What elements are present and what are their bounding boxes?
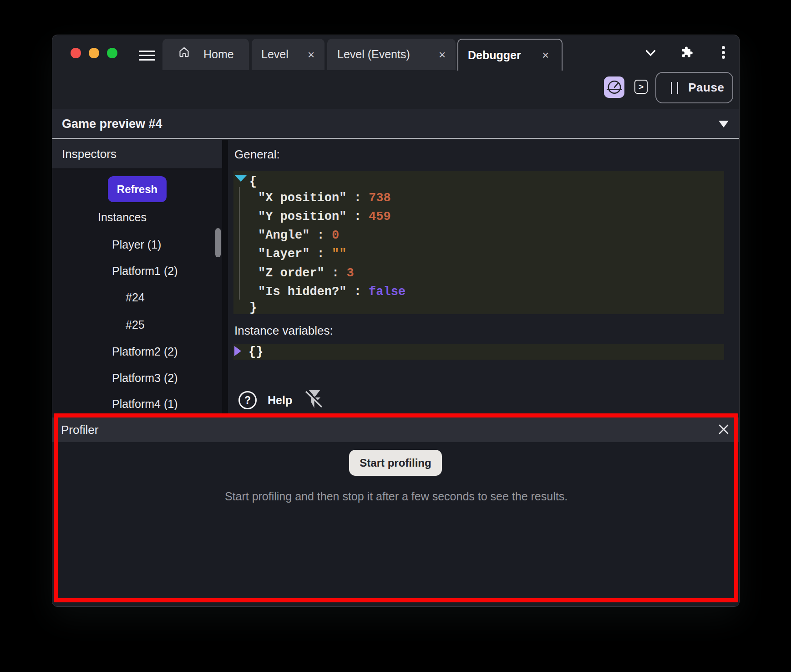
start-profiling-label: Start profiling	[360, 457, 431, 469]
sidebar-scrollbar-thumb[interactable]	[215, 228, 221, 257]
json-row: "Layer" : ""	[258, 247, 346, 261]
profiler-hint-text: Start profiling and then stop it after a…	[52, 490, 740, 503]
instance-variables-json-view: {}	[233, 344, 724, 360]
inspectors-header: Inspectors	[52, 140, 222, 169]
json-close-brace: }	[249, 301, 257, 315]
autoselect-off-icon[interactable]	[304, 388, 323, 411]
profiler-panel: Profiler Start profiling Start profiling…	[52, 413, 740, 607]
tree-item-platform2[interactable]: Platform2 (2)	[112, 345, 177, 358]
instance-variables-label: Instance variables:	[234, 324, 333, 338]
screenshot-root: { "window_controls": { "close_color": "#…	[0, 0, 791, 672]
close-tab-icon[interactable]: ×	[308, 49, 314, 61]
refresh-button[interactable]: Refresh	[108, 176, 167, 202]
tree-item-instances[interactable]: Instances	[98, 210, 147, 224]
json-row: "Y position" : 459	[258, 210, 391, 224]
help-button[interactable]: Help	[268, 391, 292, 409]
tab-label: Level (Events)	[337, 48, 410, 61]
json-open-brace: {	[249, 175, 257, 188]
debugger-content: Inspectors Refresh Instances Player (1) …	[52, 140, 740, 413]
zoom-window-button[interactable]	[107, 48, 117, 58]
minimize-window-button[interactable]	[89, 48, 99, 58]
json-row: "X position" : 738	[258, 191, 391, 205]
empty-object-braces: {}	[248, 345, 263, 359]
profiler-title: Profiler	[61, 423, 98, 437]
tab-label: Level	[261, 48, 289, 61]
tab-level-events[interactable]: Level (Events) ×	[327, 39, 456, 70]
general-label: General:	[234, 148, 280, 162]
expand-arrow-icon[interactable]	[235, 175, 247, 182]
tree-item-platform1[interactable]: Platform1 (2)	[112, 264, 177, 278]
tab-label: Home	[203, 48, 234, 61]
inspector-detail-panel: General: { "X position" : 738 "Y positio…	[228, 140, 740, 413]
refresh-label: Refresh	[117, 183, 157, 196]
help-row: ? Help	[228, 391, 740, 409]
help-icon[interactable]: ?	[238, 391, 257, 409]
tab-debugger[interactable]: Debugger ×	[457, 39, 563, 71]
game-preview-title: Game preview #4	[62, 109, 162, 139]
json-row: "Is hidden?" : false	[258, 285, 406, 312]
tree-item-player[interactable]: Player (1)	[112, 238, 161, 251]
close-profiler-icon[interactable]	[713, 419, 734, 440]
tree-item-instance-25[interactable]: #25	[126, 318, 145, 331]
home-icon	[178, 46, 190, 58]
tree-item-instance-24[interactable]: #24	[126, 290, 145, 304]
app-window: Home Level × Level (Events) × Debugger ×	[52, 35, 740, 607]
pause-icon	[671, 82, 672, 94]
general-json-view: { "X position" : 738 "Y position" : 459 …	[233, 171, 724, 314]
collapse-caret-icon[interactable]	[719, 121, 729, 127]
inspectors-title: Inspectors	[62, 147, 117, 161]
json-row: "Angle" : 0	[258, 229, 339, 242]
gauge-icon	[606, 79, 623, 96]
close-window-button[interactable]	[71, 48, 81, 58]
inspectors-sidebar: Inspectors Refresh Instances Player (1) …	[52, 140, 222, 413]
profiler-header: Profiler	[52, 417, 740, 442]
console-button[interactable]: >	[634, 80, 648, 94]
tab-home[interactable]: Home	[162, 39, 249, 70]
tab-level[interactable]: Level ×	[252, 39, 325, 70]
pause-label: Pause	[688, 81, 724, 95]
json-indent-guide	[239, 187, 240, 300]
console-prompt-icon: >	[639, 82, 644, 92]
tab-label: Debugger	[468, 49, 521, 62]
pause-button[interactable]: Pause	[655, 72, 733, 103]
profiler-gauge-button[interactable]	[604, 76, 624, 98]
chevron-down-icon[interactable]	[645, 48, 656, 60]
tree-item-platform4[interactable]: Platform4 (1)	[112, 397, 177, 411]
tree-item-platform3[interactable]: Platform3 (2)	[112, 371, 177, 385]
close-tab-icon[interactable]: ×	[542, 49, 549, 61]
json-row: "Z order" : 3	[258, 266, 354, 280]
close-tab-icon[interactable]: ×	[439, 49, 446, 61]
start-profiling-button[interactable]: Start profiling	[349, 450, 442, 476]
collapsed-arrow-icon[interactable]	[234, 346, 241, 356]
extensions-puzzle-icon[interactable]	[680, 46, 693, 61]
game-preview-accordion[interactable]: Game preview #4	[52, 109, 740, 139]
